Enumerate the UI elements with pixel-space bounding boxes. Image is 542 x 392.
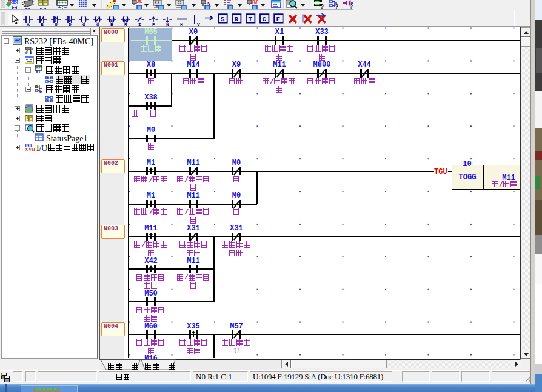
svg-text:R: R (234, 16, 238, 23)
svg-text:T: T (248, 16, 252, 23)
svg-text:F: F (276, 16, 281, 23)
svg-text:S: S (221, 16, 225, 23)
svg-text:XYR: XYR (25, 147, 35, 151)
svg-text:C: C (262, 16, 266, 23)
